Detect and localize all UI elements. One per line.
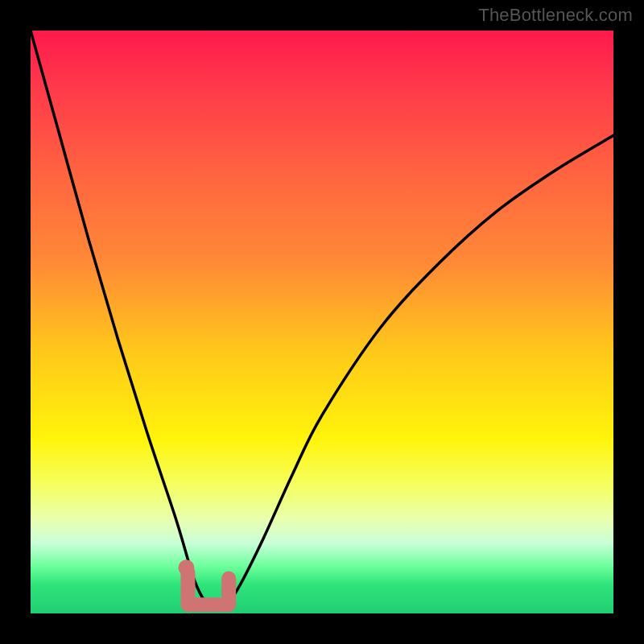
- curve-svg: [31, 31, 613, 613]
- plot-area: [31, 31, 613, 613]
- bottleneck-curve: [31, 31, 613, 608]
- chart-frame: TheBottleneck.com: [0, 0, 644, 644]
- minimum-marker-dot: [178, 559, 194, 576]
- minimum-marker: [188, 572, 229, 605]
- watermark-text: TheBottleneck.com: [478, 5, 633, 26]
